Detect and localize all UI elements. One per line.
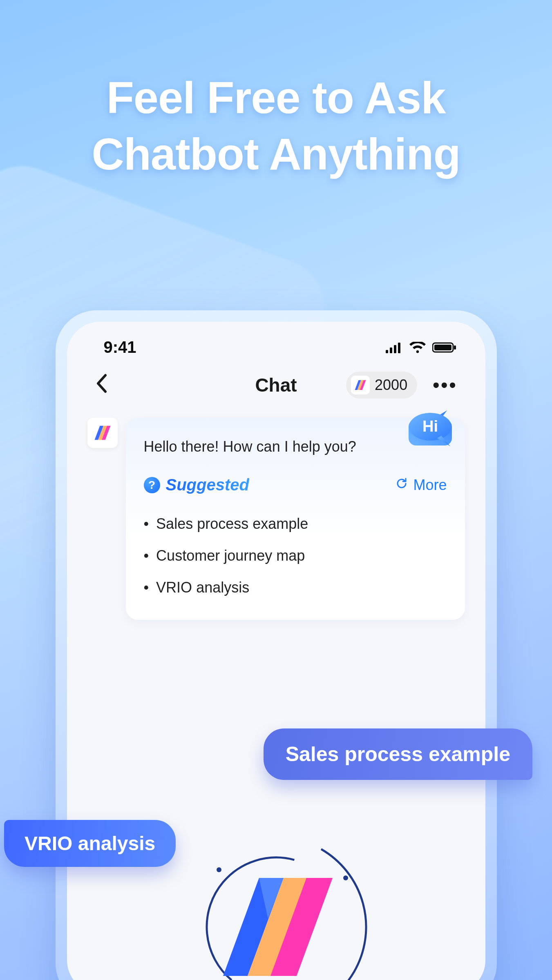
- more-menu-button[interactable]: •••: [429, 374, 460, 396]
- suggested-label: ? Suggested: [144, 476, 249, 494]
- suggestion-item[interactable]: Customer journey map: [144, 540, 447, 572]
- suggestion-item[interactable]: VRIO analysis: [144, 572, 447, 604]
- svg-rect-6: [454, 345, 456, 350]
- status-bar: 9:41: [67, 322, 485, 361]
- more-suggestions-button[interactable]: More: [395, 477, 447, 494]
- chat-area: Hi Hello there! How can I help you? ? Su…: [67, 405, 485, 632]
- headline-line-1: Feel Free to Ask: [0, 69, 552, 126]
- greeting-text: Hello there! How can I help you?: [144, 438, 447, 455]
- app-logo-large: [170, 821, 382, 980]
- hi-bubble: Hi: [408, 410, 453, 447]
- promo-headline: Feel Free to Ask Chatbot Anything: [0, 69, 552, 182]
- refresh-icon: [395, 477, 408, 494]
- credits-pill[interactable]: 2000: [346, 372, 417, 399]
- svg-rect-1: [390, 347, 392, 353]
- app-logo-icon: [351, 376, 370, 394]
- battery-icon: [432, 342, 457, 353]
- status-time: 9:41: [104, 338, 136, 356]
- svg-text:Hi: Hi: [422, 418, 438, 435]
- suggested-header: ? Suggested More: [144, 476, 447, 494]
- status-indicators: [386, 342, 457, 353]
- more-label: More: [413, 477, 447, 494]
- bot-welcome-card: Hi Hello there! How can I help you? ? Su…: [126, 418, 465, 620]
- svg-point-11: [217, 867, 221, 872]
- example-chip-vrio: VRIO analysis: [4, 820, 176, 867]
- suggested-title: Suggested: [166, 476, 249, 494]
- suggestions-list: Sales process example Customer journey m…: [144, 508, 447, 604]
- headline-line-2: Chatbot Anything: [0, 126, 552, 182]
- bot-message-row: Hi Hello there! How can I help you? ? Su…: [87, 418, 465, 620]
- svg-point-12: [343, 875, 348, 880]
- question-icon: ?: [144, 477, 160, 493]
- svg-rect-3: [398, 343, 400, 353]
- svg-rect-0: [386, 350, 388, 353]
- suggestion-item[interactable]: Sales process example: [144, 508, 447, 540]
- wifi-icon: [409, 342, 426, 353]
- svg-rect-5: [434, 345, 451, 350]
- nav-bar: Chat 2000 •••: [67, 361, 485, 405]
- page-title: Chat: [255, 374, 297, 396]
- svg-rect-2: [394, 345, 396, 353]
- bot-avatar: [87, 418, 118, 448]
- cellular-icon: [386, 342, 403, 353]
- example-chip-sales: Sales process example: [264, 728, 532, 780]
- back-button[interactable]: [87, 369, 115, 401]
- credits-amount: 2000: [375, 376, 407, 394]
